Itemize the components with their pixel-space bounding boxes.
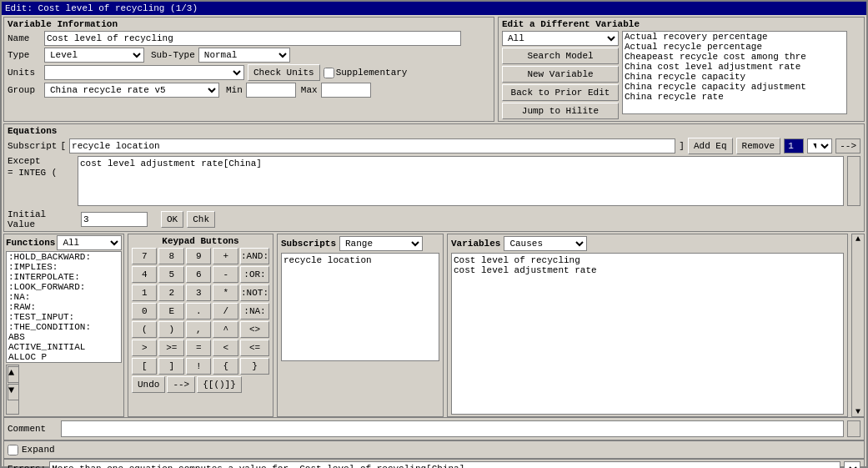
right-scrollbar[interactable]: ▲ ▼ (851, 234, 865, 417)
arrow-button[interactable]: --> (835, 138, 860, 153)
list-item[interactable]: Cheapeast recycle cost among thre (623, 52, 846, 62)
scroll-down[interactable]: ▼ (855, 407, 860, 416)
key-e[interactable]: E (158, 303, 184, 320)
key-multiply[interactable]: * (213, 284, 238, 301)
list-item[interactable]: Cost level of recycling (454, 255, 841, 265)
supplementary-checkbox[interactable] (324, 68, 334, 78)
key-9[interactable]: 9 (186, 248, 212, 264)
list-item[interactable]: China recycle capacity adjustment (623, 82, 846, 92)
functions-list[interactable]: :HOLD_BACKWARD: :IMPLIES: :INTERPOLATE: … (6, 251, 122, 363)
key-divide[interactable]: / (213, 303, 238, 320)
key-lt[interactable]: < (213, 340, 238, 356)
variables-select[interactable]: Causes All (504, 236, 587, 251)
variables-list[interactable]: Cost level of recycling cost level adjus… (451, 253, 844, 415)
functions-select[interactable]: All (57, 235, 122, 250)
key-lbrace[interactable]: { (213, 358, 238, 375)
list-item[interactable]: recycle location (283, 255, 437, 265)
key-6[interactable]: 6 (186, 266, 212, 283)
subscript-input[interactable] (69, 138, 675, 153)
min-input[interactable] (246, 83, 296, 98)
variables-panel: Variables Causes All Cost level of recyc… (447, 234, 848, 417)
equation-editor[interactable]: cost level adjustment rate[China] (78, 156, 844, 206)
key-not[interactable]: :NOT: (240, 284, 269, 301)
add-eq-button[interactable]: Add Eq (688, 138, 733, 154)
key-na[interactable]: :NA: (240, 303, 269, 320)
undo-button[interactable]: Undo (132, 376, 165, 393)
list-item[interactable]: ABS (7, 332, 121, 342)
new-variable-button[interactable]: New Variable (502, 66, 619, 83)
eq-dropdown[interactable]: ▼ (807, 138, 832, 153)
key-or[interactable]: :OR: (240, 266, 269, 283)
list-item[interactable]: China recycle rate (623, 92, 846, 102)
subtype-select[interactable]: Normal Shadow Gaming (198, 48, 290, 63)
eq-scrollbar[interactable] (847, 156, 860, 206)
search-model-button[interactable]: Search Model (502, 48, 619, 64)
key-comma[interactable]: , (186, 321, 212, 338)
key-dot[interactable]: . (186, 303, 212, 320)
list-item[interactable]: :TEST_INPUT: (7, 312, 121, 322)
list-item[interactable]: China recycle capacity (623, 72, 846, 82)
key-5[interactable]: 5 (158, 266, 184, 283)
jump-to-hilite-button[interactable]: Jump to Hilite (502, 103, 619, 119)
key-8[interactable]: 8 (158, 248, 184, 264)
units-input[interactable] (44, 65, 244, 80)
back-to-prior-button[interactable]: Back to Prior Edit (502, 84, 619, 101)
max-input[interactable] (321, 83, 371, 98)
list-item[interactable]: :THE_CONDITION: (7, 322, 121, 332)
key-and[interactable]: :AND: (240, 248, 269, 264)
list-item[interactable]: Actual recovery percentage (623, 32, 846, 42)
key-rparen[interactable]: ) (158, 321, 184, 338)
key-2[interactable]: 2 (158, 284, 184, 301)
key-lbracket[interactable]: [ (132, 358, 157, 375)
keypad-brackets-button[interactable]: {[()]} (197, 376, 242, 393)
key-0[interactable]: 0 (132, 303, 157, 320)
title-text: Edit: Cost level of recycling (1/3) (5, 3, 198, 13)
key-exclaim[interactable]: ! (186, 358, 212, 375)
list-item[interactable]: :RAW: (7, 302, 121, 312)
list-item[interactable]: ACTIVE_INITIAL (7, 342, 121, 352)
edit-different-select[interactable]: All Level Rate (502, 31, 619, 46)
comment-scrollbar[interactable] (847, 420, 860, 437)
chk-button[interactable]: Chk (187, 211, 215, 228)
subscripts-list[interactable]: recycle location (281, 253, 439, 361)
key-caret[interactable]: ^ (213, 321, 238, 338)
list-item[interactable]: :NA: (7, 292, 121, 302)
key-eq[interactable]: = (186, 340, 212, 356)
functions-scrollbar[interactable]: ▲ ▼ (6, 365, 19, 415)
key-4[interactable]: 4 (132, 266, 157, 283)
key-ne[interactable]: <> (240, 321, 269, 338)
key-plus[interactable]: + (213, 248, 238, 264)
key-gte[interactable]: >= (158, 340, 184, 356)
keypad-arrow-button[interactable]: --> (167, 376, 195, 393)
check-units-button[interactable]: Check Units (248, 64, 320, 81)
type-select[interactable]: Level Rate Auxiliary Constant (44, 48, 144, 63)
expand-checkbox[interactable] (8, 445, 18, 455)
key-3[interactable]: 3 (186, 284, 212, 301)
list-item[interactable]: :INTERPOLATE: (7, 272, 121, 282)
list-item[interactable]: China cost level adjustment rate (623, 62, 846, 72)
key-1[interactable]: 1 (132, 284, 157, 301)
list-item[interactable]: :LOOK_FORWARD: (7, 282, 121, 292)
key-rbracket[interactable]: ] (158, 358, 184, 375)
remove-button[interactable]: Remove (736, 138, 781, 154)
list-item[interactable]: Actual recycle percentage (623, 42, 846, 52)
key-gt[interactable]: > (132, 340, 157, 356)
key-lparen[interactable]: ( (132, 321, 157, 338)
list-item[interactable]: cost level adjustment rate (454, 265, 841, 275)
initial-value-input[interactable] (81, 212, 148, 227)
ok-button-inline[interactable]: OK (161, 211, 183, 228)
scroll-up[interactable]: ▲ (855, 234, 860, 244)
variables-right-list[interactable]: Actual recovery percentage Actual recycl… (622, 31, 847, 114)
name-input[interactable] (44, 31, 461, 46)
key-rbrace[interactable]: } (240, 358, 269, 375)
group-select[interactable]: China recycle rate v5 (44, 83, 219, 98)
list-item[interactable]: :HOLD_BACKWARD: (7, 252, 121, 262)
list-item[interactable]: :IMPLIES: (7, 262, 121, 272)
errors-dropdown[interactable]: ▼ (844, 461, 860, 468)
key-7[interactable]: 7 (132, 248, 157, 264)
key-minus[interactable]: - (213, 266, 238, 283)
subscripts-select[interactable]: Range All (339, 236, 423, 251)
comment-input[interactable] (61, 420, 844, 437)
list-item[interactable]: ALLOC P (7, 352, 121, 362)
key-lte[interactable]: <= (240, 340, 269, 356)
